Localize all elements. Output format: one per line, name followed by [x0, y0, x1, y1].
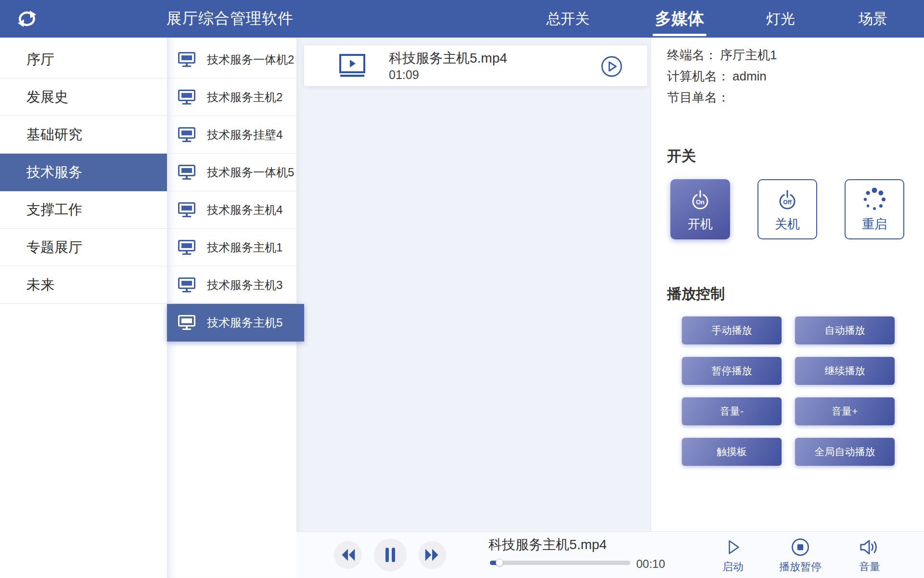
computer-name-value: admin: [732, 69, 767, 83]
elapsed-time: 00:10: [636, 557, 665, 571]
terminal-name-line: 终端名：序厅主机1: [667, 44, 777, 66]
resume-play-button[interactable]: 继续播放: [795, 357, 895, 385]
play-outline-icon: [724, 537, 742, 558]
monitor-icon: [178, 202, 195, 218]
media-meta: 科技服务主机5.mp4 01:09: [389, 50, 507, 82]
sidebar-item-support-work[interactable]: 支撑工作: [0, 191, 167, 229]
top-bar: 展厅综合管理软件 总开关 多媒体 灯光 场景: [0, 0, 924, 38]
computer-name-line: 计算机名：admin: [667, 66, 777, 87]
media-list-item[interactable]: 科技服务主机5.mp4 01:09: [304, 45, 647, 86]
play-circle-icon[interactable]: [601, 55, 623, 78]
pause-icon: [382, 546, 398, 564]
sidebar-item-lobby[interactable]: 序厅: [0, 41, 167, 79]
restart-spinner-icon: [861, 186, 888, 211]
device-item[interactable]: 技术服务主机3: [167, 266, 296, 304]
touchpad-button[interactable]: 触摸板: [682, 438, 782, 466]
now-playing-title: 科技服务主机5.mp4: [475, 536, 620, 554]
rewind-button[interactable]: [334, 541, 362, 569]
monitor-icon: [178, 127, 195, 143]
monitor-icon: [178, 240, 195, 255]
power-off-icon: Off: [774, 186, 801, 211]
manual-play-button[interactable]: 手动播放: [682, 316, 782, 344]
media-name: 科技服务主机5.mp4: [389, 50, 507, 67]
device-item[interactable]: 技术服务主机1: [167, 229, 296, 266]
exhibition-management-app: 展厅综合管理软件 总开关 多媒体 灯光 场景 序厅 发展史 基础研究 技术服务 …: [0, 0, 924, 578]
device-label: 技术服务主机2: [207, 90, 282, 105]
play-stop-button[interactable]: 播放暂停: [771, 537, 829, 574]
monitor-icon: [178, 90, 195, 105]
power-section-title: 开关: [667, 146, 696, 166]
monitor-icon: [178, 315, 195, 330]
video-file-icon: [339, 54, 365, 78]
progress-bar[interactable]: [490, 561, 630, 565]
device-label: 技术服务主机1: [207, 240, 282, 255]
terminal-name-label: 终端名：: [667, 48, 717, 62]
playlist-name-label: 节目单名：: [667, 90, 730, 105]
start-label: 启动: [722, 560, 744, 574]
volume-label: 音量: [859, 560, 880, 574]
play-stop-label: 播放暂停: [779, 560, 821, 574]
power-buttons: On 开机 Off 关机: [670, 179, 904, 239]
stop-circle-icon: [790, 537, 810, 558]
global-auto-play-button[interactable]: 全局自动播放: [795, 438, 895, 466]
playback-buttons: 手动播放 自动播放 暂停播放 继续播放 音量- 音量+ 触摸板 全局自动播放: [682, 316, 895, 466]
volume-down-button[interactable]: 音量-: [682, 397, 782, 425]
zone-sidebar: 序厅 发展史 基础研究 技术服务 支撑工作 专题展厅 未来: [0, 38, 167, 578]
device-item[interactable]: 技术服务主机4: [167, 191, 296, 229]
terminal-control-panel: 终端名：序厅主机1 计算机名：admin 节目单名： 开关 On 开机: [651, 38, 924, 531]
auto-play-button[interactable]: 自动播放: [795, 316, 895, 344]
device-label: 技术服务主机3: [207, 277, 282, 293]
terminal-name-value: 序厅主机1: [720, 48, 777, 62]
sidebar-item-future[interactable]: 未来: [0, 266, 167, 304]
pause-play-button[interactable]: 暂停播放: [682, 357, 782, 385]
media-list-panel: 科技服务主机5.mp4 01:09: [296, 38, 651, 531]
device-item[interactable]: 技术服务挂壁4: [167, 116, 296, 154]
device-item[interactable]: 技术服务一体机5: [167, 154, 296, 191]
sync-icon[interactable]: [15, 8, 38, 29]
tab-multimedia[interactable]: 多媒体: [655, 0, 704, 38]
device-label: 技术服务主机5: [207, 315, 282, 330]
power-on-button[interactable]: On 开机: [670, 179, 730, 239]
sidebar-item-basic-research[interactable]: 基础研究: [0, 116, 167, 154]
device-label: 技术服务主机4: [207, 202, 282, 218]
terminal-info: 终端名：序厅主机1 计算机名：admin 节目单名：: [667, 44, 777, 108]
power-off-label: 关机: [775, 216, 800, 233]
restart-button[interactable]: 重启: [845, 179, 904, 239]
power-on-icon: On: [687, 186, 714, 211]
device-item[interactable]: 技术服务主机2: [167, 79, 296, 116]
volume-button[interactable]: 音量: [841, 537, 898, 574]
restart-label: 重启: [862, 216, 887, 233]
svg-text:On: On: [696, 198, 705, 206]
pause-button[interactable]: [374, 539, 407, 571]
computer-name-label: 计算机名：: [667, 69, 730, 83]
device-label: 技术服务一体机2: [207, 52, 294, 67]
playlist-name-line: 节目单名：: [667, 87, 777, 108]
sidebar-item-history[interactable]: 发展史: [0, 79, 167, 116]
tab-lighting[interactable]: 灯光: [766, 0, 795, 38]
tab-scene[interactable]: 场景: [859, 0, 887, 38]
playback-section-title: 播放控制: [667, 284, 725, 304]
volume-up-button[interactable]: 音量+: [795, 397, 895, 425]
tab-master-switch[interactable]: 总开关: [546, 0, 590, 38]
svg-text:Off: Off: [783, 199, 792, 206]
fast-forward-button[interactable]: [418, 541, 446, 569]
monitor-icon: [178, 52, 195, 67]
monitor-icon: [178, 277, 195, 293]
fast-forward-icon: [423, 547, 442, 563]
device-item-selected[interactable]: 技术服务主机5: [167, 304, 304, 342]
device-list: 技术服务一体机2 技术服务主机2 技术服务挂壁4 技术服务一体机5 技术服务主机…: [167, 38, 296, 578]
rewind-icon: [338, 547, 358, 563]
device-item[interactable]: 技术服务一体机2: [167, 41, 296, 79]
sidebar-item-tech-service[interactable]: 技术服务: [0, 154, 167, 191]
monitor-icon: [178, 165, 195, 180]
media-duration: 01:09: [389, 67, 507, 82]
device-label: 技术服务一体机5: [207, 165, 294, 180]
power-off-button[interactable]: Off 关机: [757, 179, 817, 239]
device-label: 技术服务挂壁4: [207, 127, 282, 143]
progress-thumb[interactable]: [496, 559, 503, 566]
page-title: 展厅综合管理软件: [167, 0, 294, 38]
player-bar: 科技服务主机5.mp4 00:10 启动 播放暂停: [296, 531, 924, 578]
start-button[interactable]: 启动: [704, 537, 762, 574]
volume-icon: [858, 537, 881, 558]
sidebar-item-special-exhibit[interactable]: 专题展厅: [0, 229, 167, 266]
